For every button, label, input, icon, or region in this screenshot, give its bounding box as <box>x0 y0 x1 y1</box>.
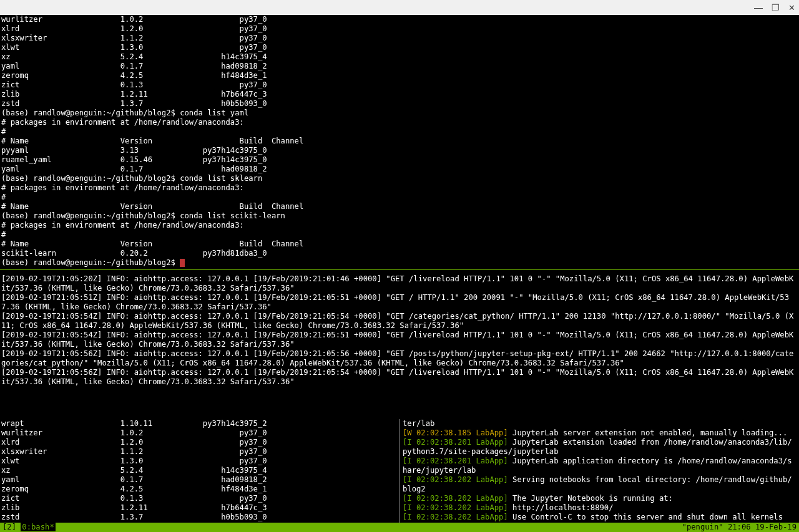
terminal-line: xlsxwriter 1.1.2 py37_0 <box>1 34 798 43</box>
window-titlebar: — ❐ ✕ <box>0 0 799 15</box>
pane-top[interactable]: wurlitzer 1.0.2 py37_0xlrd 1.2.0 py37_0x… <box>0 15 799 270</box>
log-line: [2019-02-19T21:05:56Z] INFO: aiohttp.acc… <box>1 368 798 387</box>
log-line: [I 02:02:38.202 LabApp] The Jupyter Note… <box>403 494 797 503</box>
terminal-line: xlsxwriter 1.1.2 py37_0 <box>1 447 398 457</box>
terminal-line: # packages in environment at /home/randl… <box>1 183 798 193</box>
terminal-line: # Name Version Build Channel <box>1 137 798 146</box>
cursor <box>180 259 185 267</box>
terminal-line: zstd 1.3.7 h0b5b093_0 <box>1 99 798 109</box>
maximize-button[interactable]: ❐ <box>772 3 780 12</box>
terminal-line: xz 5.2.4 h14c3975_4 <box>1 466 398 475</box>
terminal-line: yaml 0.1.7 had09818_2 <box>1 62 798 71</box>
terminal-line: (base) randlow@penguin:~/github/blog2$ c… <box>1 211 798 221</box>
log-line: [2019-02-19T21:05:20Z] INFO: aiohttp.acc… <box>1 274 798 293</box>
log-line: [W 02:02:38.185 LabApp] JupyterLab serve… <box>403 428 797 438</box>
terminal-line: zstd 1.3.7 h0b5b093_0 <box>1 513 398 522</box>
terminal-line: xlwt 1.3.0 py37_0 <box>1 43 798 52</box>
log-line: [I 02:02:38.202 LabApp] Use Control-C to… <box>403 513 797 523</box>
log-line: [I 02:02:38.202 LabApp] Serving notebook… <box>403 475 797 494</box>
terminal-line: zict 0.1.3 py37_0 <box>1 494 398 503</box>
terminal-line: # packages in environment at /home/randl… <box>1 221 798 230</box>
terminal-line: yaml 0.1.7 had09818_2 <box>1 475 398 485</box>
terminal-line: # <box>1 127 798 137</box>
status-right: "penguin" 21:06 19-Feb-19 <box>682 523 797 532</box>
status-active-window: 0:bash* <box>21 523 55 531</box>
terminal-line: # Name Version Build Channel <box>1 239 798 249</box>
close-button[interactable]: ✕ <box>788 3 795 12</box>
terminal-line: wrapt 1.10.11 py37h14c3975_2 <box>1 419 398 428</box>
log-line: [2019-02-19T21:05:51Z] INFO: aiohttp.acc… <box>1 293 798 312</box>
tmux-statusbar: [2] 0:bash* "penguin" 21:06 19-Feb-19 <box>0 523 799 532</box>
terminal-line: (base) randlow@penguin:~/github/blog2$ c… <box>1 109 798 118</box>
terminal-line: zeromq 4.2.5 hf484d3e_1 <box>1 485 398 494</box>
log-line: [I 02:02:38.201 LabApp] JupyterLab exten… <box>403 438 797 457</box>
terminal-line: ruamel_yaml 0.15.46 py37h14c3975_0 <box>1 155 798 165</box>
terminal-line: # <box>1 230 798 239</box>
terminal-line: yaml 0.1.7 had09818_2 <box>1 165 798 174</box>
terminal-line: zlib 1.2.11 h7b6447c_3 <box>1 503 398 513</box>
terminal-line: scikit-learn 0.20.2 py37hd81dba3_0 <box>1 249 798 258</box>
terminal-line: # packages in environment at /home/randl… <box>1 118 798 127</box>
pane-bottom-left[interactable]: wrapt 1.10.11 py37h14c3975_2wurlitzer 1.… <box>0 419 400 523</box>
terminal-line: wurlitzer 1.0.2 py37_0 <box>1 15 798 24</box>
terminal-line: zeromq 4.2.5 hf484d3e_1 <box>1 71 798 80</box>
terminal-line: zlib 1.2.11 h7b6447c_3 <box>1 90 798 99</box>
log-line: [I 02:02:38.202 LabApp] http://localhost… <box>403 503 797 513</box>
terminal-line: (base) randlow@penguin:~/github/blog2$ <box>1 258 798 268</box>
terminal-line: xlwt 1.3.0 py37_0 <box>1 457 398 466</box>
terminal-line: # Name Version Build Channel <box>1 202 798 211</box>
log-line: [2019-02-19T21:05:54Z] INFO: aiohttp.acc… <box>1 331 798 349</box>
terminal-line: xlrd 1.2.0 py37_0 <box>1 438 398 447</box>
terminal-line: wurlitzer 1.0.2 py37_0 <box>1 428 398 438</box>
terminal-line: # <box>1 193 798 202</box>
terminal-line: zict 0.1.3 py37_0 <box>1 80 798 90</box>
log-line: [2019-02-19T21:05:54Z] INFO: aiohttp.acc… <box>1 312 798 331</box>
status-left: [2] 0:bash* <box>2 523 56 532</box>
log-line: [I 02:02:38.201 LabApp] JupyterLab appli… <box>403 457 797 475</box>
terminal-line: xz 5.2.4 h14c3975_4 <box>1 52 798 62</box>
terminal-line: (base) randlow@penguin:~/github/blog2$ c… <box>1 174 798 183</box>
terminal-line: pyyaml 3.13 py37h14c3975_0 <box>1 146 798 155</box>
log-line: [2019-02-19T21:05:56Z] INFO: aiohttp.acc… <box>1 349 798 368</box>
log-line: ter/lab <box>403 419 797 428</box>
minimize-button[interactable]: — <box>754 3 763 12</box>
terminal-multiplexer: wurlitzer 1.0.2 py37_0xlrd 1.2.0 py37_0x… <box>0 15 799 532</box>
pane-bottom-right[interactable]: ter/lab[W 02:02:38.185 LabApp] JupyterLa… <box>400 419 799 523</box>
terminal-line: xlrd 1.2.0 py37_0 <box>1 24 798 34</box>
pane-middle[interactable]: [2019-02-19T21:05:20Z] INFO: aiohttp.acc… <box>0 274 799 415</box>
